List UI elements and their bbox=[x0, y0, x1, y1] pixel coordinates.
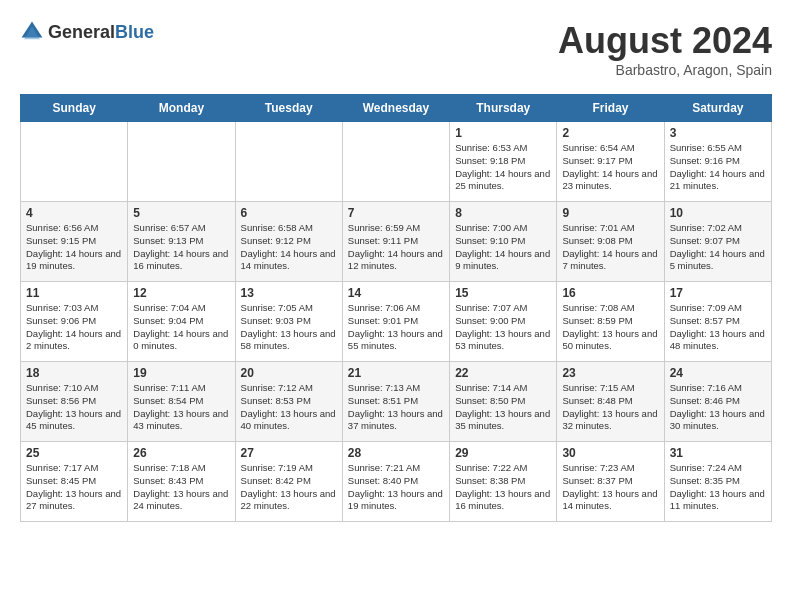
sunrise-text: Sunrise: 7:14 AM bbox=[455, 382, 527, 393]
sunset-text: Sunset: 8:43 PM bbox=[133, 475, 203, 486]
sunrise-text: Sunrise: 7:24 AM bbox=[670, 462, 742, 473]
sunset-text: Sunset: 9:12 PM bbox=[241, 235, 311, 246]
day-number: 29 bbox=[455, 446, 551, 460]
day-number: 9 bbox=[562, 206, 658, 220]
daylight-text: Daylight: 13 hours and 27 minutes. bbox=[26, 488, 121, 512]
calendar-day: 20 Sunrise: 7:12 AM Sunset: 8:53 PM Dayl… bbox=[235, 362, 342, 442]
sunrise-text: Sunrise: 6:56 AM bbox=[26, 222, 98, 233]
weekday-header-friday: Friday bbox=[557, 95, 664, 122]
weekday-header-tuesday: Tuesday bbox=[235, 95, 342, 122]
day-number: 3 bbox=[670, 126, 766, 140]
calendar-day: 14 Sunrise: 7:06 AM Sunset: 9:01 PM Dayl… bbox=[342, 282, 449, 362]
sunrise-text: Sunrise: 7:10 AM bbox=[26, 382, 98, 393]
daylight-text: Daylight: 13 hours and 55 minutes. bbox=[348, 328, 443, 352]
day-number: 24 bbox=[670, 366, 766, 380]
sunrise-text: Sunrise: 7:11 AM bbox=[133, 382, 205, 393]
day-number: 26 bbox=[133, 446, 229, 460]
calendar-day: 26 Sunrise: 7:18 AM Sunset: 8:43 PM Dayl… bbox=[128, 442, 235, 522]
sunset-text: Sunset: 9:07 PM bbox=[670, 235, 740, 246]
daylight-text: Daylight: 14 hours and 7 minutes. bbox=[562, 248, 657, 272]
calendar-body: 1 Sunrise: 6:53 AM Sunset: 9:18 PM Dayli… bbox=[21, 122, 772, 522]
sunrise-text: Sunrise: 6:58 AM bbox=[241, 222, 313, 233]
day-number: 8 bbox=[455, 206, 551, 220]
calendar-week-2: 4 Sunrise: 6:56 AM Sunset: 9:15 PM Dayli… bbox=[21, 202, 772, 282]
day-info: Sunrise: 7:14 AM Sunset: 8:50 PM Dayligh… bbox=[455, 382, 551, 433]
sunrise-text: Sunrise: 7:02 AM bbox=[670, 222, 742, 233]
weekday-header-thursday: Thursday bbox=[450, 95, 557, 122]
daylight-text: Daylight: 13 hours and 22 minutes. bbox=[241, 488, 336, 512]
title-block: August 2024 Barbastro, Aragon, Spain bbox=[558, 20, 772, 78]
day-number: 4 bbox=[26, 206, 122, 220]
sunset-text: Sunset: 8:42 PM bbox=[241, 475, 311, 486]
sunset-text: Sunset: 9:15 PM bbox=[26, 235, 96, 246]
calendar-day: 22 Sunrise: 7:14 AM Sunset: 8:50 PM Dayl… bbox=[450, 362, 557, 442]
sunset-text: Sunset: 9:10 PM bbox=[455, 235, 525, 246]
sunset-text: Sunset: 9:06 PM bbox=[26, 315, 96, 326]
calendar-day: 24 Sunrise: 7:16 AM Sunset: 8:46 PM Dayl… bbox=[664, 362, 771, 442]
logo-icon bbox=[20, 20, 44, 44]
day-info: Sunrise: 7:02 AM Sunset: 9:07 PM Dayligh… bbox=[670, 222, 766, 273]
day-info: Sunrise: 7:04 AM Sunset: 9:04 PM Dayligh… bbox=[133, 302, 229, 353]
sunset-text: Sunset: 8:35 PM bbox=[670, 475, 740, 486]
day-number: 18 bbox=[26, 366, 122, 380]
sunrise-text: Sunrise: 7:01 AM bbox=[562, 222, 634, 233]
calendar-week-5: 25 Sunrise: 7:17 AM Sunset: 8:45 PM Dayl… bbox=[21, 442, 772, 522]
day-info: Sunrise: 6:58 AM Sunset: 9:12 PM Dayligh… bbox=[241, 222, 337, 273]
daylight-text: Daylight: 13 hours and 11 minutes. bbox=[670, 488, 765, 512]
day-number: 1 bbox=[455, 126, 551, 140]
day-info: Sunrise: 7:00 AM Sunset: 9:10 PM Dayligh… bbox=[455, 222, 551, 273]
calendar-day bbox=[128, 122, 235, 202]
daylight-text: Daylight: 13 hours and 50 minutes. bbox=[562, 328, 657, 352]
day-number: 6 bbox=[241, 206, 337, 220]
sunrise-text: Sunrise: 7:12 AM bbox=[241, 382, 313, 393]
calendar-day: 27 Sunrise: 7:19 AM Sunset: 8:42 PM Dayl… bbox=[235, 442, 342, 522]
daylight-text: Daylight: 13 hours and 14 minutes. bbox=[562, 488, 657, 512]
day-number: 11 bbox=[26, 286, 122, 300]
sunrise-text: Sunrise: 7:18 AM bbox=[133, 462, 205, 473]
calendar-day: 6 Sunrise: 6:58 AM Sunset: 9:12 PM Dayli… bbox=[235, 202, 342, 282]
calendar-day: 21 Sunrise: 7:13 AM Sunset: 8:51 PM Dayl… bbox=[342, 362, 449, 442]
sunrise-text: Sunrise: 7:04 AM bbox=[133, 302, 205, 313]
day-info: Sunrise: 7:19 AM Sunset: 8:42 PM Dayligh… bbox=[241, 462, 337, 513]
daylight-text: Daylight: 13 hours and 45 minutes. bbox=[26, 408, 121, 432]
sunrise-text: Sunrise: 7:09 AM bbox=[670, 302, 742, 313]
daylight-text: Daylight: 14 hours and 23 minutes. bbox=[562, 168, 657, 192]
calendar-week-4: 18 Sunrise: 7:10 AM Sunset: 8:56 PM Dayl… bbox=[21, 362, 772, 442]
sunrise-text: Sunrise: 7:19 AM bbox=[241, 462, 313, 473]
day-info: Sunrise: 6:56 AM Sunset: 9:15 PM Dayligh… bbox=[26, 222, 122, 273]
location: Barbastro, Aragon, Spain bbox=[558, 62, 772, 78]
daylight-text: Daylight: 13 hours and 19 minutes. bbox=[348, 488, 443, 512]
sunset-text: Sunset: 8:48 PM bbox=[562, 395, 632, 406]
calendar-day: 19 Sunrise: 7:11 AM Sunset: 8:54 PM Dayl… bbox=[128, 362, 235, 442]
sunrise-text: Sunrise: 7:13 AM bbox=[348, 382, 420, 393]
day-number: 13 bbox=[241, 286, 337, 300]
sunrise-text: Sunrise: 6:54 AM bbox=[562, 142, 634, 153]
day-info: Sunrise: 7:06 AM Sunset: 9:01 PM Dayligh… bbox=[348, 302, 444, 353]
daylight-text: Daylight: 14 hours and 12 minutes. bbox=[348, 248, 443, 272]
sunset-text: Sunset: 9:13 PM bbox=[133, 235, 203, 246]
daylight-text: Daylight: 14 hours and 0 minutes. bbox=[133, 328, 228, 352]
day-info: Sunrise: 7:22 AM Sunset: 8:38 PM Dayligh… bbox=[455, 462, 551, 513]
day-info: Sunrise: 6:54 AM Sunset: 9:17 PM Dayligh… bbox=[562, 142, 658, 193]
calendar-day: 31 Sunrise: 7:24 AM Sunset: 8:35 PM Dayl… bbox=[664, 442, 771, 522]
day-info: Sunrise: 6:55 AM Sunset: 9:16 PM Dayligh… bbox=[670, 142, 766, 193]
day-info: Sunrise: 7:05 AM Sunset: 9:03 PM Dayligh… bbox=[241, 302, 337, 353]
day-number: 21 bbox=[348, 366, 444, 380]
calendar-day bbox=[235, 122, 342, 202]
sunset-text: Sunset: 9:00 PM bbox=[455, 315, 525, 326]
calendar-day: 8 Sunrise: 7:00 AM Sunset: 9:10 PM Dayli… bbox=[450, 202, 557, 282]
calendar-day: 1 Sunrise: 6:53 AM Sunset: 9:18 PM Dayli… bbox=[450, 122, 557, 202]
weekday-header-saturday: Saturday bbox=[664, 95, 771, 122]
daylight-text: Daylight: 14 hours and 2 minutes. bbox=[26, 328, 121, 352]
sunrise-text: Sunrise: 7:05 AM bbox=[241, 302, 313, 313]
day-number: 17 bbox=[670, 286, 766, 300]
calendar-day: 17 Sunrise: 7:09 AM Sunset: 8:57 PM Dayl… bbox=[664, 282, 771, 362]
logo-text-blue: Blue bbox=[115, 22, 154, 42]
daylight-text: Daylight: 13 hours and 35 minutes. bbox=[455, 408, 550, 432]
day-info: Sunrise: 7:03 AM Sunset: 9:06 PM Dayligh… bbox=[26, 302, 122, 353]
calendar-day: 5 Sunrise: 6:57 AM Sunset: 9:13 PM Dayli… bbox=[128, 202, 235, 282]
calendar-week-3: 11 Sunrise: 7:03 AM Sunset: 9:06 PM Dayl… bbox=[21, 282, 772, 362]
calendar-day: 28 Sunrise: 7:21 AM Sunset: 8:40 PM Dayl… bbox=[342, 442, 449, 522]
sunrise-text: Sunrise: 7:15 AM bbox=[562, 382, 634, 393]
sunset-text: Sunset: 8:59 PM bbox=[562, 315, 632, 326]
